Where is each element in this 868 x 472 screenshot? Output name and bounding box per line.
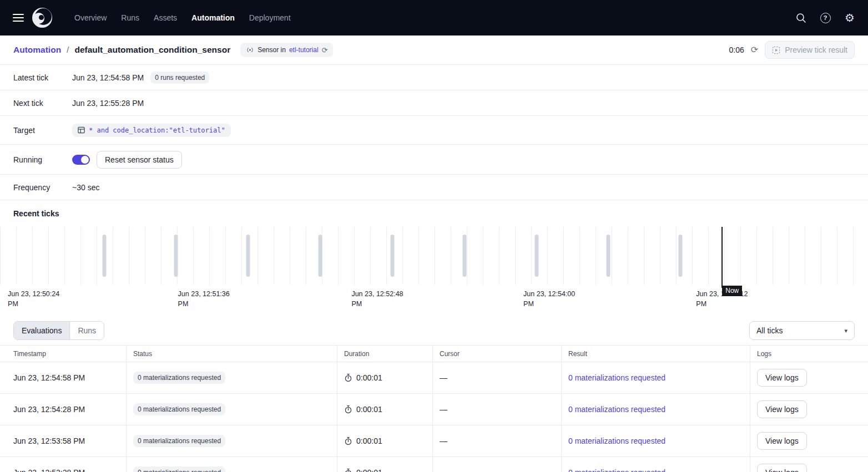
nav-items: Overview Runs Assets Automation Deployme… bbox=[74, 13, 291, 22]
cursor-value: — bbox=[440, 373, 447, 382]
result-link[interactable]: 0 materializations requested bbox=[568, 437, 665, 445]
tabs-row: Evaluations Runs All ticks ▾ bbox=[0, 316, 868, 345]
cursor-value: — bbox=[440, 405, 447, 414]
col-cursor: Cursor bbox=[433, 346, 562, 362]
view-logs-button[interactable]: View logs bbox=[757, 400, 807, 418]
evaluations-runs-segmented-control: Evaluations Runs bbox=[13, 321, 104, 340]
breadcrumb-automation-link[interactable]: Automation bbox=[13, 45, 61, 55]
stopwatch-icon bbox=[344, 437, 352, 445]
axis-label: Jun 23, 12:52:48 PM bbox=[351, 289, 407, 309]
target-label: Target bbox=[13, 126, 72, 135]
col-result: Result bbox=[562, 346, 750, 362]
running-label: Running bbox=[13, 155, 72, 164]
status-badge: 0 materializations requested bbox=[133, 372, 225, 384]
nav-item-assets[interactable]: Assets bbox=[154, 13, 177, 22]
latest-tick-value: Jun 23, 12:54:58 PM bbox=[72, 73, 144, 82]
tick-bar[interactable] bbox=[534, 235, 538, 277]
col-duration: Duration bbox=[337, 346, 433, 362]
page-header: Automation / default_automation_conditio… bbox=[0, 35, 868, 65]
detail-row-target: Target * and code_location:"etl-tutorial… bbox=[0, 116, 868, 145]
table-header: Timestamp Status Duration Cursor Result … bbox=[0, 346, 868, 362]
detail-row-next-tick: Next tick Jun 23, 12:55:28 PM bbox=[0, 90, 868, 116]
hamburger-menu-icon[interactable] bbox=[8, 7, 29, 28]
frequency-label: Frequency bbox=[13, 183, 72, 192]
stopwatch-icon bbox=[344, 468, 352, 472]
status-badge: 0 materializations requested bbox=[133, 403, 225, 415]
table-row: Jun 23, 12:53:28 PM 0 materializations r… bbox=[0, 457, 868, 472]
axis-label: Jun 23, 12:51:36 PM bbox=[178, 289, 234, 309]
result-link[interactable]: 0 materializations requested bbox=[568, 405, 665, 414]
tick-bar[interactable] bbox=[462, 235, 466, 277]
ticks-filter-dropdown[interactable]: All ticks ▾ bbox=[749, 321, 855, 340]
status-badge: 0 materializations requested bbox=[133, 466, 225, 472]
col-timestamp: Timestamp bbox=[0, 346, 127, 362]
sensor-signal-icon bbox=[246, 47, 254, 53]
stopwatch-icon bbox=[344, 373, 352, 382]
next-tick-value: Jun 23, 12:55:28 PM bbox=[72, 99, 144, 108]
result-link[interactable]: 0 materializations requested bbox=[568, 373, 665, 382]
recent-ticks-heading: Recent ticks bbox=[0, 200, 868, 227]
evaluations-table: Timestamp Status Duration Cursor Result … bbox=[0, 345, 868, 472]
asset-table-icon bbox=[78, 126, 85, 134]
duration-value: 0:00:01 bbox=[356, 437, 382, 445]
now-tag: Now bbox=[722, 286, 742, 296]
breadcrumb-separator: / bbox=[67, 45, 69, 55]
timestamp-cell: Jun 23, 12:54:58 PM bbox=[0, 362, 127, 393]
table-row: Jun 23, 12:54:28 PM 0 materializations r… bbox=[0, 394, 868, 425]
next-tick-label: Next tick bbox=[13, 99, 72, 108]
tick-bar[interactable] bbox=[246, 235, 250, 277]
view-logs-button[interactable]: View logs bbox=[757, 464, 807, 472]
result-link[interactable]: 0 materializations requested bbox=[568, 468, 665, 472]
search-icon[interactable] bbox=[794, 11, 808, 25]
axis-label: Jun 23, 12:50:24 PM bbox=[8, 289, 63, 309]
nav-item-runs[interactable]: Runs bbox=[121, 13, 139, 22]
tab-runs[interactable]: Runs bbox=[70, 322, 104, 339]
dagster-logo-icon[interactable] bbox=[32, 8, 52, 28]
tick-bar[interactable] bbox=[319, 235, 322, 277]
detail-row-latest-tick: Latest tick Jun 23, 12:54:58 PM 0 runs r… bbox=[0, 65, 868, 90]
target-selection-badge[interactable]: * and code_location:"etl-tutorial" bbox=[72, 124, 231, 137]
now-line bbox=[721, 227, 723, 288]
nav-item-deployment[interactable]: Deployment bbox=[249, 13, 291, 22]
duration-value: 0:00:01 bbox=[356, 468, 382, 472]
sensor-code-location-link[interactable]: etl-tutorial bbox=[289, 46, 319, 54]
tick-bar[interactable] bbox=[102, 235, 106, 277]
sensor-location-badge: Sensor in etl-tutorial ⟳ bbox=[240, 43, 333, 57]
tick-bar[interactable] bbox=[607, 235, 610, 277]
col-logs: Logs bbox=[750, 346, 868, 362]
stopwatch-icon bbox=[344, 405, 352, 414]
status-badge: 0 materializations requested bbox=[133, 435, 225, 447]
sensor-badge-prefix: Sensor in bbox=[258, 46, 286, 54]
nav-right-icons: ? ⚙ bbox=[794, 11, 857, 25]
tick-bar[interactable] bbox=[174, 235, 178, 277]
timestamp-cell: Jun 23, 12:53:28 PM bbox=[0, 457, 127, 472]
tab-evaluations[interactable]: Evaluations bbox=[14, 322, 70, 339]
settings-gear-icon[interactable]: ⚙ bbox=[842, 11, 857, 25]
page-title: default_automation_condition_sensor bbox=[74, 45, 230, 55]
cursor-value: — bbox=[440, 468, 447, 472]
runs-requested-badge: 0 runs requested bbox=[150, 72, 209, 84]
nav-item-automation[interactable]: Automation bbox=[191, 13, 235, 22]
table-row: Jun 23, 12:54:58 PM 0 materializations r… bbox=[0, 362, 868, 394]
timestamp-cell: Jun 23, 12:53:58 PM bbox=[0, 425, 127, 456]
preview-tick-result-button[interactable]: Preview tick result bbox=[765, 41, 855, 59]
badge-refresh-icon[interactable]: ⟳ bbox=[322, 47, 328, 54]
help-icon[interactable]: ? bbox=[818, 11, 832, 25]
nav-item-overview[interactable]: Overview bbox=[74, 13, 107, 22]
refresh-icon[interactable]: ⟳ bbox=[751, 45, 758, 54]
duration-value: 0:00:01 bbox=[356, 373, 382, 382]
chevron-down-icon: ▾ bbox=[844, 327, 847, 334]
running-toggle[interactable] bbox=[72, 155, 90, 165]
tick-bar[interactable] bbox=[390, 235, 394, 277]
col-status: Status bbox=[127, 346, 337, 362]
cursor-value: — bbox=[440, 437, 447, 445]
view-logs-button[interactable]: View logs bbox=[757, 369, 807, 387]
tick-bar[interactable] bbox=[679, 235, 683, 277]
recent-ticks-chart[interactable] bbox=[0, 227, 868, 285]
reset-sensor-status-button[interactable]: Reset sensor status bbox=[97, 151, 182, 169]
table-row: Jun 23, 12:53:58 PM 0 materializations r… bbox=[0, 425, 868, 457]
view-logs-button[interactable]: View logs bbox=[757, 432, 807, 450]
target-selection-text: * and code_location:"etl-tutorial" bbox=[89, 126, 225, 134]
detail-row-running: Running Reset sensor status bbox=[0, 145, 868, 175]
duration-value: 0:00:01 bbox=[356, 405, 382, 414]
